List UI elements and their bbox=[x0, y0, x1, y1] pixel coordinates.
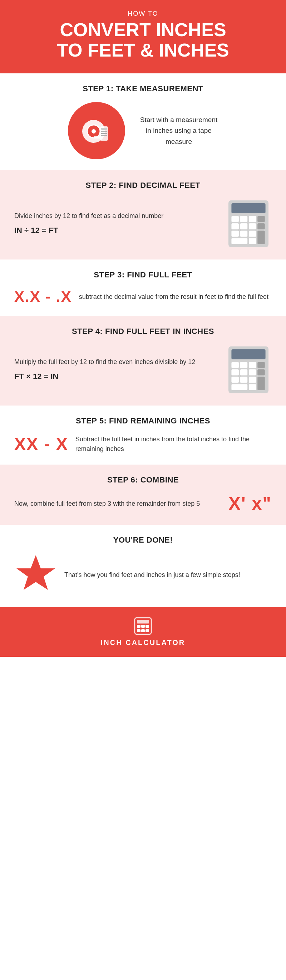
step-2-calculator-icon bbox=[225, 199, 272, 249]
done-star-icon bbox=[14, 554, 57, 596]
calculator-svg-2 bbox=[225, 199, 272, 249]
step-2-content: Divide inches by 12 to find feet as a de… bbox=[14, 199, 272, 249]
svg-rect-33 bbox=[249, 369, 256, 375]
svg-rect-14 bbox=[258, 216, 265, 222]
step-3-formula-icon: X.X - .X bbox=[14, 288, 72, 305]
svg-rect-23 bbox=[231, 239, 247, 245]
svg-rect-32 bbox=[240, 369, 248, 375]
step-3-content: subtract the decimal value from the resu… bbox=[14, 288, 272, 305]
svg-rect-28 bbox=[240, 362, 248, 368]
svg-rect-31 bbox=[231, 369, 239, 375]
svg-rect-3 bbox=[101, 128, 107, 130]
svg-point-8 bbox=[92, 129, 96, 134]
step-2-formula: IN ÷ 12 = FT bbox=[14, 224, 218, 236]
svg-rect-12 bbox=[240, 216, 248, 222]
step-4-content: Multiply the full feet by 12 to find the… bbox=[14, 345, 272, 395]
step-6-heading: STEP 6: COMBINE bbox=[14, 475, 272, 485]
svg-rect-16 bbox=[240, 223, 248, 229]
step-3: STEP 3: FIND FULL FEET subtract the deci… bbox=[0, 259, 286, 316]
step-2: STEP 2: FIND DECIMAL FEET Divide inches … bbox=[0, 170, 286, 259]
tape-measure-svg bbox=[79, 113, 114, 148]
svg-rect-10 bbox=[231, 203, 265, 213]
svg-rect-21 bbox=[249, 231, 256, 237]
step-3-formula-display: X.X - .X bbox=[14, 288, 72, 305]
step-5: STEP 5: FIND REMAINING INCHES Subtract t… bbox=[0, 406, 286, 465]
svg-rect-20 bbox=[240, 231, 248, 237]
tape-measure-icon bbox=[68, 102, 125, 159]
svg-rect-4 bbox=[101, 131, 107, 132]
svg-rect-7 bbox=[94, 136, 101, 138]
step-6: STEP 6: COMBINE Now, combine full feet f… bbox=[0, 465, 286, 525]
svg-rect-43 bbox=[137, 620, 149, 624]
step-5-formula-display: XX - X bbox=[14, 434, 68, 454]
step-1-text: Start with a measurement in inches using… bbox=[139, 115, 218, 147]
svg-rect-13 bbox=[249, 216, 256, 222]
step-6-text: Now, combine full feet from step 3 with … bbox=[14, 499, 221, 509]
svg-rect-49 bbox=[145, 629, 149, 632]
step-4-formula: FT × 12 = IN bbox=[14, 371, 218, 382]
svg-rect-5 bbox=[101, 133, 107, 134]
svg-rect-48 bbox=[141, 629, 145, 632]
svg-rect-18 bbox=[258, 223, 265, 229]
done-text: That's how you find feet and inches in j… bbox=[64, 570, 272, 580]
header-title: CONVERT INCHES TO FEET & INCHES bbox=[21, 20, 265, 60]
step-5-formula-icon: XX - X bbox=[14, 434, 68, 454]
step-6-formula-display: X' x" bbox=[228, 493, 272, 514]
step-4: STEP 4: FIND FULL FEET IN INCHES Multipl… bbox=[0, 316, 286, 406]
svg-rect-44 bbox=[137, 625, 141, 628]
svg-rect-24 bbox=[249, 239, 256, 245]
done-section: YOU'RE DONE! That's how you find feet an… bbox=[0, 525, 286, 607]
svg-rect-35 bbox=[231, 377, 239, 383]
svg-rect-37 bbox=[249, 377, 256, 383]
step-1-content: Start with a measurement in inches using… bbox=[14, 102, 272, 159]
star-svg bbox=[14, 554, 57, 596]
step-2-heading: STEP 2: FIND DECIMAL FEET bbox=[14, 181, 272, 190]
svg-rect-36 bbox=[240, 377, 248, 383]
calculator-svg-4 bbox=[225, 345, 272, 395]
svg-rect-22 bbox=[258, 231, 265, 244]
step-5-text: Subtract the full feet in inches from th… bbox=[76, 434, 272, 454]
svg-rect-38 bbox=[258, 377, 265, 390]
step-3-text: subtract the decimal value from the resu… bbox=[79, 292, 272, 302]
step-5-content: Subtract the full feet in inches from th… bbox=[14, 434, 272, 454]
step-4-text: Multiply the full feet by 12 to find the… bbox=[14, 357, 218, 382]
step-6-content: Now, combine full feet from step 3 with … bbox=[14, 493, 272, 514]
step-4-heading: STEP 4: FIND FULL FEET IN INCHES bbox=[14, 327, 272, 336]
svg-rect-26 bbox=[231, 349, 265, 360]
footer-calculator-icon bbox=[134, 617, 152, 635]
step-1-heading: STEP 1: TAKE MEASUREMENT bbox=[14, 84, 272, 94]
header: HOW TO CONVERT INCHES TO FEET & INCHES bbox=[0, 0, 286, 73]
step-6-formula-icon: X' x" bbox=[228, 493, 272, 514]
svg-rect-19 bbox=[231, 231, 239, 237]
done-heading: YOU'RE DONE! bbox=[14, 535, 272, 545]
svg-rect-11 bbox=[231, 216, 239, 222]
svg-rect-29 bbox=[249, 362, 256, 368]
svg-rect-46 bbox=[145, 625, 149, 628]
svg-rect-17 bbox=[249, 223, 256, 229]
step-3-heading: STEP 3: FIND FULL FEET bbox=[14, 270, 272, 280]
svg-rect-15 bbox=[231, 223, 239, 229]
done-content: That's how you find feet and inches in j… bbox=[14, 554, 272, 596]
svg-marker-41 bbox=[16, 555, 55, 590]
footer-logo-text: INCH CALCULATOR bbox=[101, 638, 185, 647]
step-4-calculator-icon bbox=[225, 345, 272, 395]
svg-rect-39 bbox=[231, 384, 247, 390]
footer: INCH CALCULATOR bbox=[0, 607, 286, 657]
svg-rect-6 bbox=[101, 135, 107, 136]
step-2-text: Divide inches by 12 to find feet as a de… bbox=[14, 211, 218, 236]
svg-rect-27 bbox=[231, 362, 239, 368]
svg-rect-40 bbox=[249, 384, 256, 390]
header-subtitle: HOW TO bbox=[21, 10, 265, 18]
svg-rect-45 bbox=[141, 625, 145, 628]
step-5-heading: STEP 5: FIND REMAINING INCHES bbox=[14, 416, 272, 426]
svg-rect-34 bbox=[258, 369, 265, 375]
svg-rect-47 bbox=[137, 629, 141, 632]
svg-rect-30 bbox=[258, 362, 265, 368]
step-1: STEP 1: TAKE MEASUREMENT Start with bbox=[0, 73, 286, 170]
